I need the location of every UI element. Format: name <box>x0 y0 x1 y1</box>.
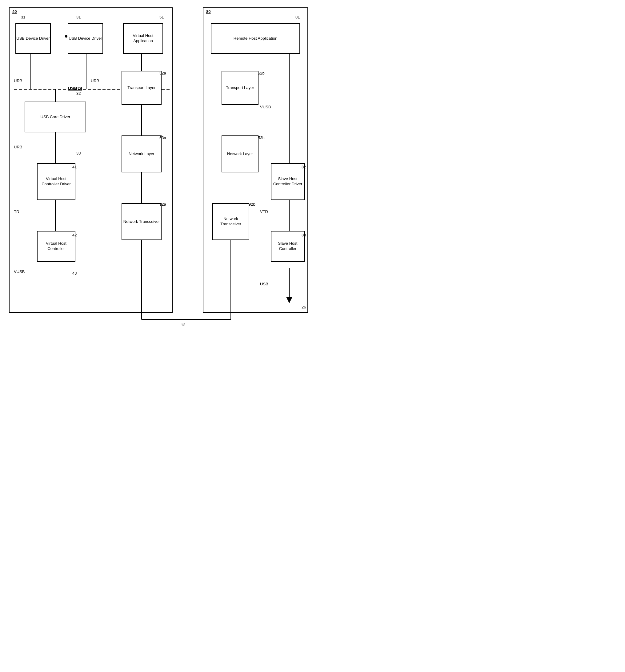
urb2-label: URB <box>91 78 99 83</box>
network-layer-a: Network Layer <box>122 136 161 172</box>
svg-point-2 <box>65 35 67 38</box>
virtual-host-ctrl-driver: Virtual Host Controller Driver <box>37 163 75 200</box>
frame80-label: 80 <box>206 9 210 14</box>
svg-marker-26 <box>286 297 292 303</box>
ref-31b: 31 <box>76 15 81 19</box>
ref-32: 32 <box>76 91 81 96</box>
ref-43: 43 <box>72 271 77 275</box>
vusb1-label: VUSB <box>14 269 25 274</box>
ref-33: 33 <box>76 151 81 155</box>
usbdi-label: USBDI <box>68 86 82 91</box>
vusb2-label: VUSB <box>260 105 271 109</box>
ref-52a: 52a <box>159 71 166 75</box>
diagram: 40 80 USB Device Driver USB Device Drive… <box>0 0 312 336</box>
ref-41: 41 <box>72 165 77 169</box>
slave-host-ctrl-driver: Slave Host Controller Driver <box>271 163 305 200</box>
ref-53b: 53b <box>258 136 265 140</box>
vtd-label: VTD <box>260 209 268 214</box>
network-transceiver-a: Network Transceiver <box>122 203 161 240</box>
virtual-host-app: Virtual Host Application <box>123 23 163 54</box>
ref-42: 42 <box>72 233 77 237</box>
ref-13: 13 <box>181 322 185 327</box>
ref-52b: 52b <box>258 71 265 75</box>
ref-81: 81 <box>295 15 300 19</box>
usb-device-driver-1: USB Device Driver <box>16 23 51 54</box>
urb1-label: URB <box>14 78 22 83</box>
network-layer-b: Network Layer <box>222 136 258 172</box>
transport-layer-b: Transport Layer <box>222 71 258 105</box>
ref-31a: 31 <box>21 15 25 19</box>
ref-51: 51 <box>159 15 164 19</box>
usb-label: USB <box>260 282 268 286</box>
slave-host-controller: Slave Host Controller <box>271 231 305 262</box>
transport-layer-a: Transport Layer <box>122 71 161 105</box>
usb-device-driver-2: USB Device Driver <box>68 23 103 54</box>
network-transceiver-b: Network Transceiver <box>212 203 249 240</box>
ref-82: 82 <box>302 165 306 169</box>
virtual-host-controller: Virtual Host Controller <box>37 231 75 262</box>
ref-92b: 92b <box>249 202 255 207</box>
ref-92a: 92a <box>159 202 166 207</box>
ref-26: 26 <box>302 305 306 309</box>
urb3-label: URB <box>14 145 22 149</box>
td-label: TD <box>14 209 19 214</box>
frame40-label: 40 <box>12 9 17 14</box>
ref-53a: 53a <box>159 136 166 140</box>
remote-host-app: Remote Host Application <box>211 23 300 54</box>
usb-core-driver: USB Core Driver <box>25 102 86 133</box>
ref-83: 83 <box>302 233 306 237</box>
